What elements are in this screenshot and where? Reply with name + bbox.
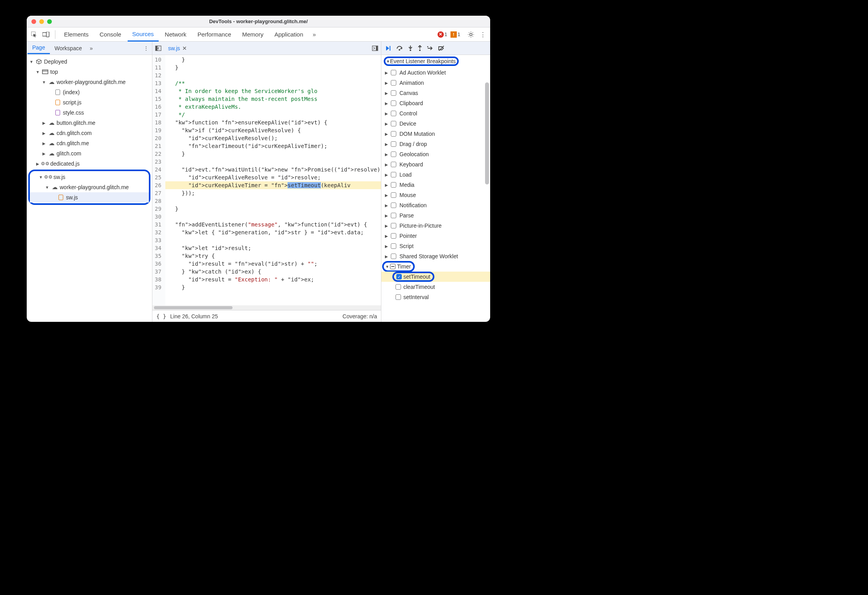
line-number[interactable]: 17 <box>155 111 161 119</box>
device-toolbar-icon[interactable] <box>41 29 51 40</box>
tab-console[interactable]: Console <box>95 27 126 42</box>
gear-icon[interactable] <box>466 29 476 40</box>
checkbox[interactable] <box>391 141 396 147</box>
event-cleartimeout[interactable]: clearTimeout <box>381 282 490 292</box>
line-number[interactable]: 33 <box>155 236 161 244</box>
deactivate-breakpoints-button[interactable] <box>438 46 445 51</box>
code-line[interactable]: "id">curKeepAliveResolve = "id">resolve; <box>165 173 381 181</box>
line-number[interactable]: 34 <box>155 244 161 252</box>
category-row[interactable]: ▶Parse <box>381 210 490 221</box>
line-number[interactable]: 18 <box>155 119 161 126</box>
tree-node-origin[interactable]: ▶☁cdn.glitch.com <box>27 128 152 138</box>
checkbox[interactable] <box>391 162 396 167</box>
pretty-print-icon[interactable]: { } <box>156 313 166 319</box>
tab-memory[interactable]: Memory <box>238 27 268 42</box>
line-number[interactable]: 36 <box>155 260 161 268</box>
code-line[interactable]: } "kw">catch ("id">ex) { <box>165 268 381 276</box>
code-line[interactable]: "id">result = "fn">eval("id">str) + ""; <box>165 260 381 268</box>
line-number[interactable]: 28 <box>155 197 161 205</box>
tree-node-origin[interactable]: ▶☁cdn.glitch.me <box>27 138 152 148</box>
resume-button[interactable] <box>385 45 392 51</box>
tab-performance[interactable]: Performance <box>193 27 236 42</box>
toggle-navigator-icon[interactable] <box>154 44 163 53</box>
checkbox[interactable] <box>391 192 396 198</box>
code-line[interactable] <box>165 213 381 221</box>
line-number[interactable]: 25 <box>155 173 161 181</box>
category-row[interactable]: ▶Mouse <box>381 190 490 200</box>
checkbox[interactable] <box>391 223 396 228</box>
step-out-button[interactable] <box>418 45 422 51</box>
category-row[interactable]: ▶Picture-in-Picture <box>381 221 490 231</box>
line-number[interactable]: 22 <box>155 150 161 158</box>
error-badge[interactable]: ✕ 1 <box>438 31 447 38</box>
line-number[interactable]: 21 <box>155 142 161 150</box>
tab-network[interactable]: Network <box>160 27 191 42</box>
category-row[interactable]: ▶DOM Mutation <box>381 129 490 139</box>
code-line[interactable]: } <box>165 205 381 213</box>
category-row[interactable]: ▶Canvas <box>381 88 490 98</box>
line-number[interactable]: 10 <box>155 56 161 64</box>
line-number[interactable]: 32 <box>155 228 161 236</box>
code-line[interactable]: } <box>165 64 381 71</box>
code-line[interactable]: "id">curKeepAliveTimer = "fn">setTimeout… <box>165 181 381 189</box>
checkbox[interactable] <box>391 243 396 249</box>
section-event-listener-breakpoints[interactable]: ▼ Event Listener Breakpoints <box>381 55 490 68</box>
code-line[interactable]: /** <box>165 79 381 87</box>
code-line[interactable]: "kw">if ("id">curKeepAliveResolve) { <box>165 126 381 134</box>
code-content[interactable]: } } /** * In order to keep the ServiceWo… <box>165 55 381 305</box>
line-number[interactable]: 14 <box>155 87 161 95</box>
checkbox[interactable] <box>391 172 396 177</box>
line-number[interactable]: 24 <box>155 166 161 173</box>
code-line[interactable] <box>165 71 381 79</box>
code-line[interactable]: })); <box>165 189 381 197</box>
line-number[interactable]: 12 <box>155 71 161 79</box>
tab-application[interactable]: Application <box>270 27 308 42</box>
step-into-button[interactable] <box>408 45 413 51</box>
code-line[interactable]: "id">curKeepAliveResolve(); <box>165 134 381 142</box>
category-row[interactable]: ▶Notification <box>381 200 490 210</box>
code-editor[interactable]: 1011121314151617181920212223242526272829… <box>152 55 381 305</box>
inspect-element-icon[interactable] <box>29 29 39 40</box>
tree-node-origin[interactable]: ▼ ☁ worker-playground.glitch.me <box>27 77 152 87</box>
category-row[interactable]: ▶Animation <box>381 78 490 88</box>
category-row[interactable]: ▶Media <box>381 180 490 190</box>
code-line[interactable]: "fn">addEventListener("message", "kw">fu… <box>165 221 381 228</box>
category-row[interactable]: ▶Script <box>381 241 490 251</box>
tree-node-top[interactable]: ▼ top <box>27 67 152 77</box>
category-row[interactable]: ▶Load <box>381 170 490 180</box>
checkbox[interactable] <box>391 90 396 96</box>
category-row[interactable]: ▶Keyboard <box>381 159 490 170</box>
checkbox[interactable] <box>391 80 396 86</box>
tree-file-index[interactable]: (index) <box>27 87 152 97</box>
navigator-tab-page[interactable]: Page <box>27 42 50 54</box>
checkbox[interactable] <box>391 131 396 137</box>
code-line[interactable]: } <box>165 56 381 64</box>
line-number[interactable]: 13 <box>155 79 161 87</box>
code-line[interactable]: * always maintain the most-recent postMe… <box>165 95 381 103</box>
tree-file-stylecss[interactable]: style.css <box>27 108 152 118</box>
category-row[interactable]: ▶Control <box>381 108 490 119</box>
category-row[interactable]: ▶Shared Storage Worklet <box>381 251 490 261</box>
tab-sources[interactable]: Sources <box>128 27 159 42</box>
code-line[interactable]: "kw">let "id">result; <box>165 244 381 252</box>
close-tab-icon[interactable]: ✕ <box>182 45 187 51</box>
category-row[interactable]: ▶Device <box>381 119 490 129</box>
horizontal-scrollbar[interactable] <box>152 305 381 310</box>
checkbox[interactable] <box>391 70 396 75</box>
code-line[interactable]: "kw">try { <box>165 252 381 260</box>
line-number[interactable]: 35 <box>155 252 161 260</box>
line-number[interactable]: 16 <box>155 103 161 111</box>
line-gutter[interactable]: 1011121314151617181920212223242526272829… <box>152 55 165 305</box>
tree-node-deployed[interactable]: ▼ Deployed <box>27 57 152 67</box>
checkbox[interactable] <box>391 213 396 218</box>
checkbox[interactable] <box>391 121 396 126</box>
tree-node-origin[interactable]: ▶☁glitch.com <box>27 148 152 159</box>
category-row[interactable]: ▶Geolocation <box>381 149 490 159</box>
line-number[interactable]: 15 <box>155 95 161 103</box>
code-line[interactable]: * In order to keep the ServiceWorker's g… <box>165 87 381 95</box>
file-tab-swjs[interactable]: sw.js ✕ <box>165 44 190 53</box>
more-tabs-icon[interactable]: » <box>309 31 319 38</box>
code-line[interactable]: "id">result = "Exception: " + "id">ex; <box>165 276 381 283</box>
checkbox[interactable] <box>391 111 396 116</box>
tree-node-origin[interactable]: ▶☁button.glitch.me <box>27 118 152 128</box>
